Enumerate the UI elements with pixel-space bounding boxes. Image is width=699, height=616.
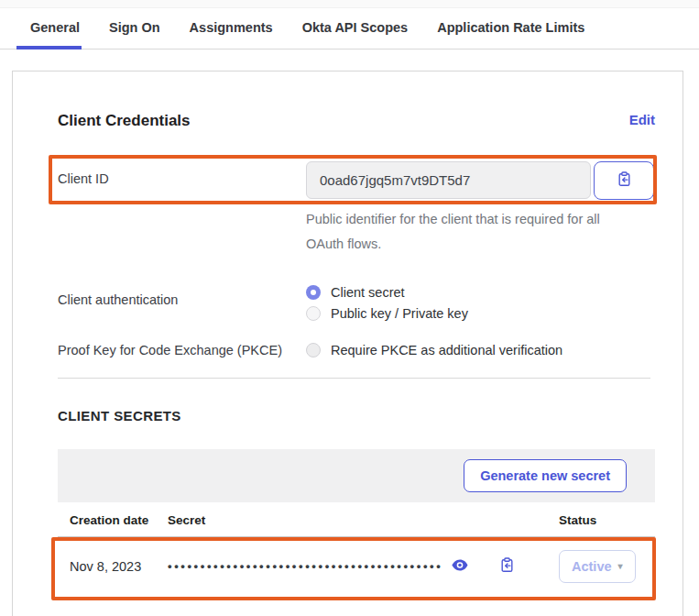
- table-header-row: Creation date Secret Status: [58, 502, 655, 537]
- option-public-private-key[interactable]: Public key / Private key: [306, 306, 468, 321]
- copy-client-id-button[interactable]: [594, 161, 654, 200]
- client-authentication-row: Client authentication Client secret Publ…: [58, 282, 655, 321]
- chevron-down-icon: ▾: [618, 561, 623, 571]
- tab-assignments[interactable]: Assignments: [190, 8, 273, 49]
- app-tab-bar: General Sign On Assignments Okta API Sco…: [0, 8, 699, 50]
- header-creation-date: Creation date: [58, 502, 168, 537]
- tab-general[interactable]: General: [30, 8, 80, 49]
- status-dropdown-button[interactable]: Active ▾: [559, 550, 636, 583]
- client-id-group: 0oad67jgq5m7vt9DT5d7: [306, 161, 655, 200]
- client-authentication-label: Client authentication: [58, 282, 306, 307]
- clipboard-copy-icon: [617, 171, 632, 190]
- client-credentials-header: Client Credentials Edit: [58, 112, 655, 130]
- client-id-help-text: Public identifier for the client that is…: [306, 207, 628, 257]
- status-badge: Active: [572, 559, 612, 574]
- radio-unselected-icon[interactable]: [306, 306, 321, 321]
- client-id-field[interactable]: 0oad67jgq5m7vt9DT5d7: [306, 161, 591, 199]
- status-cell: Active ▾: [559, 536, 655, 596]
- tab-okta-api-scopes[interactable]: Okta API Scopes: [302, 8, 409, 49]
- client-id-row: Client ID 0oad67jgq5m7vt9DT5d7: [58, 161, 655, 200]
- pkce-option-label: Require PKCE as additional verification: [331, 343, 562, 358]
- header-secret: Secret: [168, 502, 559, 537]
- header-status: Status: [559, 502, 655, 537]
- pkce-option[interactable]: Require PKCE as additional verification: [306, 343, 562, 358]
- client-secrets-toolbar: Generate new secret: [58, 449, 655, 502]
- option-public-private-key-label: Public key / Private key: [331, 306, 468, 321]
- client-credentials-card: Client Credentials Edit Client ID 0oad67…: [12, 71, 683, 616]
- tab-sign-on[interactable]: Sign On: [109, 8, 160, 49]
- client-id-label: Client ID: [58, 161, 306, 186]
- copy-secret-button[interactable]: [499, 557, 515, 576]
- radio-selected-icon[interactable]: [306, 285, 321, 300]
- edit-button[interactable]: Edit: [629, 112, 655, 127]
- eye-icon: [452, 559, 468, 574]
- client-secrets-table: Creation date Secret Status Nov 8, 2023 …: [58, 502, 655, 596]
- reveal-secret-button[interactable]: [452, 559, 468, 574]
- checkbox-unchecked-icon[interactable]: [306, 343, 321, 358]
- clipboard-copy-icon: [499, 557, 515, 576]
- option-client-secret[interactable]: Client secret: [306, 285, 468, 300]
- generate-new-secret-button[interactable]: Generate new secret: [464, 459, 627, 492]
- section-title: Client Credentials: [58, 112, 191, 130]
- client-secrets-title: CLIENT SECRETS: [58, 408, 655, 424]
- creation-date-cell: Nov 8, 2023: [58, 536, 168, 596]
- masked-secret-value: ••••••••••••••••••••••••••••••••••••••••…: [168, 559, 442, 573]
- option-client-secret-label: Client secret: [331, 285, 405, 300]
- secret-cell: ••••••••••••••••••••••••••••••••••••••••…: [168, 536, 559, 596]
- window-top-strip: [0, 0, 699, 8]
- section-divider: [58, 378, 650, 379]
- client-secrets-panel: Generate new secret Creation date Secret…: [58, 449, 655, 596]
- pkce-row: Proof Key for Code Exchange (PKCE) Requi…: [58, 343, 655, 358]
- table-row: Nov 8, 2023 ••••••••••••••••••••••••••••…: [58, 536, 655, 596]
- client-authentication-options: Client secret Public key / Private key: [306, 282, 468, 321]
- tab-application-rate-limits[interactable]: Application Rate Limits: [437, 8, 584, 49]
- pkce-label: Proof Key for Code Exchange (PKCE): [58, 343, 306, 358]
